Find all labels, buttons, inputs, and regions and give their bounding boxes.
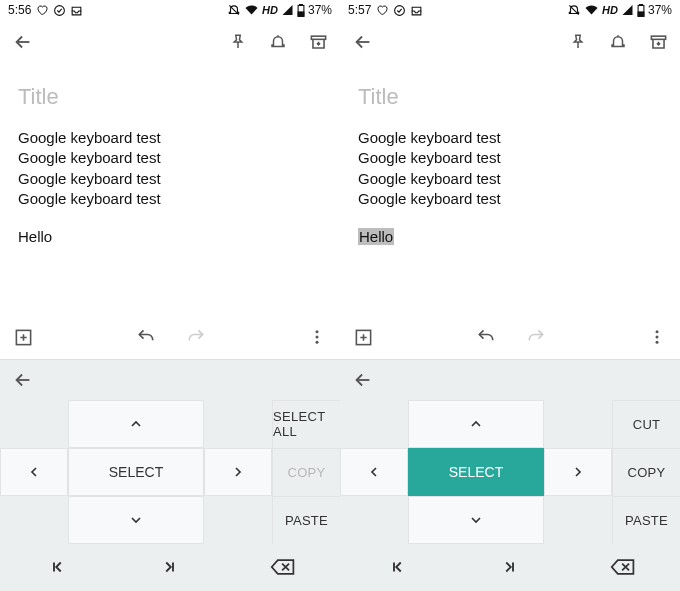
kbd-blank <box>544 400 612 448</box>
arrow-right-key[interactable] <box>204 448 272 496</box>
redo-icon <box>526 327 546 347</box>
note-body[interactable]: Google keyboard test Google keyboard tes… <box>358 128 662 247</box>
kbd-back-icon[interactable] <box>12 369 34 391</box>
select-key[interactable]: SELECT <box>408 448 544 496</box>
inbox-icon <box>70 4 83 17</box>
add-box-icon[interactable] <box>14 328 33 347</box>
svg-point-17 <box>656 330 659 333</box>
note-line: Google keyboard test <box>18 189 322 209</box>
note-content[interactable]: Title Google keyboard test Google keyboa… <box>0 64 340 315</box>
note-title-placeholder[interactable]: Title <box>18 84 322 110</box>
kbd-blank <box>340 400 408 448</box>
select-key[interactable]: SELECT <box>68 448 204 496</box>
action-select-all[interactable]: SELECT ALL <box>272 400 340 448</box>
svg-point-8 <box>316 336 319 339</box>
arrow-left-key[interactable] <box>0 448 68 496</box>
kbd-blank <box>544 496 612 544</box>
home-key[interactable] <box>0 544 113 591</box>
svg-rect-14 <box>638 11 644 15</box>
end-key[interactable] <box>113 544 226 591</box>
svg-point-9 <box>316 341 319 344</box>
screen-left: 5:56 HD 37% Title Google keyboard test G… <box>0 0 340 591</box>
status-time: 5:56 <box>8 3 31 17</box>
screen-right: 5:57 HD 37% Title Google keyboard test G… <box>340 0 680 591</box>
note-line: Google keyboard test <box>18 128 322 148</box>
kbd-blank <box>204 496 272 544</box>
svg-point-19 <box>656 341 659 344</box>
heart-icon <box>35 4 49 16</box>
archive-icon[interactable] <box>649 33 668 52</box>
note-toolbar <box>0 20 340 64</box>
kbd-blank <box>340 496 408 544</box>
svg-rect-4 <box>298 11 304 15</box>
overflow-icon[interactable] <box>308 328 326 346</box>
arrow-left-key[interactable] <box>340 448 408 496</box>
note-extra-selected: Hello <box>358 228 394 245</box>
arrow-down-key[interactable] <box>68 496 204 544</box>
keyboard-panel: CUT SELECT COPY PASTE <box>340 359 680 591</box>
archive-icon[interactable] <box>309 33 328 52</box>
note-body[interactable]: Google keyboard test Google keyboard tes… <box>18 128 322 247</box>
pin-icon[interactable] <box>569 33 587 51</box>
note-line: Google keyboard test <box>358 148 662 168</box>
note-line: Google keyboard test <box>358 128 662 148</box>
battery-pct: 37% <box>648 3 672 17</box>
wifi-icon <box>584 4 599 16</box>
note-bottombar <box>0 315 340 359</box>
dnd-icon <box>227 3 241 17</box>
action-copy: COPY <box>272 448 340 496</box>
action-paste[interactable]: PASTE <box>272 496 340 544</box>
sync-icon <box>53 4 66 17</box>
keyboard-panel: SELECT ALL SELECT COPY PASTE <box>0 359 340 591</box>
inbox-icon <box>410 4 423 17</box>
note-bottombar <box>340 315 680 359</box>
arrow-right-key[interactable] <box>544 448 612 496</box>
pin-icon[interactable] <box>229 33 247 51</box>
svg-rect-5 <box>311 36 325 39</box>
backspace-key[interactable] <box>567 544 680 591</box>
action-paste[interactable]: PASTE <box>612 496 680 544</box>
hd-indicator: HD <box>602 4 618 16</box>
battery-icon <box>637 4 645 17</box>
note-title-placeholder[interactable]: Title <box>358 84 662 110</box>
overflow-icon[interactable] <box>648 328 666 346</box>
add-box-icon[interactable] <box>354 328 373 347</box>
signal-icon <box>621 4 634 16</box>
svg-rect-13 <box>640 4 643 5</box>
svg-point-18 <box>656 336 659 339</box>
back-icon[interactable] <box>352 31 374 53</box>
note-content[interactable]: Title Google keyboard test Google keyboa… <box>340 64 680 315</box>
home-key[interactable] <box>340 544 453 591</box>
arrow-down-key[interactable] <box>408 496 544 544</box>
reminder-icon[interactable] <box>269 33 287 51</box>
reminder-icon[interactable] <box>609 33 627 51</box>
arrow-up-key[interactable] <box>68 400 204 448</box>
svg-rect-3 <box>300 4 303 5</box>
redo-icon <box>186 327 206 347</box>
heart-icon <box>375 4 389 16</box>
wifi-icon <box>244 4 259 16</box>
undo-icon[interactable] <box>136 327 156 347</box>
status-bar: 5:57 HD 37% <box>340 0 680 20</box>
note-line: Google keyboard test <box>18 169 322 189</box>
back-icon[interactable] <box>12 31 34 53</box>
sync-icon <box>393 4 406 17</box>
kbd-back-icon[interactable] <box>352 369 374 391</box>
battery-icon <box>297 4 305 17</box>
note-line: Google keyboard test <box>358 189 662 209</box>
kbd-blank <box>0 400 68 448</box>
action-copy[interactable]: COPY <box>612 448 680 496</box>
battery-pct: 37% <box>308 3 332 17</box>
end-key[interactable] <box>453 544 566 591</box>
note-extra: Hello <box>18 228 52 245</box>
arrow-up-key[interactable] <box>408 400 544 448</box>
note-line: Google keyboard test <box>18 148 322 168</box>
status-bar: 5:56 HD 37% <box>0 0 340 20</box>
signal-icon <box>281 4 294 16</box>
action-cut[interactable]: CUT <box>612 400 680 448</box>
hd-indicator: HD <box>262 4 278 16</box>
undo-icon[interactable] <box>476 327 496 347</box>
note-line: Google keyboard test <box>358 169 662 189</box>
status-time: 5:57 <box>348 3 371 17</box>
backspace-key[interactable] <box>227 544 340 591</box>
